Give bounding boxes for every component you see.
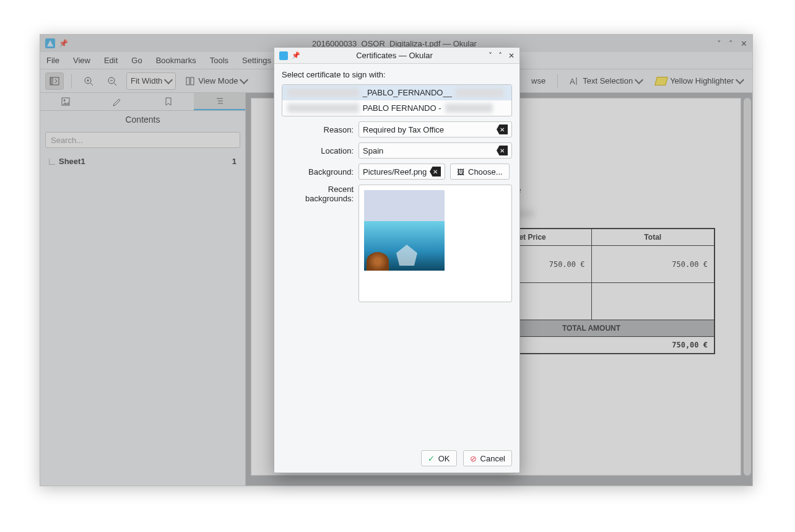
dialog-title: Certificates — Okular bbox=[300, 51, 489, 60]
dialog-minimize-button[interactable]: ˅ bbox=[489, 51, 492, 60]
recent-backgrounds-label: Recent backgrounds: bbox=[282, 185, 354, 203]
cancel-icon bbox=[470, 454, 477, 463]
background-input[interactable]: Pictures/Reef.png ✕ bbox=[358, 164, 445, 180]
check-icon bbox=[428, 454, 435, 463]
certificate-item[interactable]: XXXXXX XXXXXX PABLO FERNANDO - XXXXXXXX bbox=[282, 100, 511, 116]
background-label: Background: bbox=[282, 167, 354, 177]
choose-background-button[interactable]: Choose... bbox=[450, 164, 510, 180]
dialog-titlebar: 📌 Certificates — Okular ˅ ˄ ✕ bbox=[274, 48, 519, 64]
reason-input[interactable]: Required by Tax Office ✕ bbox=[358, 121, 512, 137]
ok-button[interactable]: OK bbox=[421, 450, 457, 466]
image-icon bbox=[457, 167, 464, 177]
certificate-list[interactable]: XXXXXX XXXXXX_PABLO_FERNANDO__XXXXXXXX X… bbox=[282, 84, 512, 116]
reef-thumbnail-image bbox=[364, 221, 445, 271]
dialog-prompt: Select certificate to sign with: bbox=[282, 70, 512, 79]
certificate-item[interactable]: XXXXXX XXXXXX_PABLO_FERNANDO__XXXXXXXX bbox=[282, 85, 511, 100]
recent-background-thumbnail[interactable] bbox=[364, 190, 445, 271]
reason-label: Reason: bbox=[282, 125, 354, 134]
clear-background-button[interactable]: ✕ bbox=[430, 167, 441, 177]
dialog-close-button[interactable]: ✕ bbox=[508, 51, 515, 60]
certificates-dialog: 📌 Certificates — Okular ˅ ˄ ✕ Select cer… bbox=[274, 47, 520, 473]
location-label: Location: bbox=[282, 146, 354, 155]
okular-app-icon bbox=[279, 51, 288, 60]
clear-location-button[interactable]: ✕ bbox=[497, 146, 508, 155]
dialog-maximize-button[interactable]: ˄ bbox=[498, 51, 502, 60]
clear-reason-button[interactable]: ✕ bbox=[497, 124, 508, 134]
pin-icon[interactable]: 📌 bbox=[292, 51, 300, 59]
recent-backgrounds-list bbox=[358, 185, 512, 302]
cancel-button[interactable]: Cancel bbox=[463, 450, 512, 466]
location-input[interactable]: Spain ✕ bbox=[358, 142, 512, 159]
